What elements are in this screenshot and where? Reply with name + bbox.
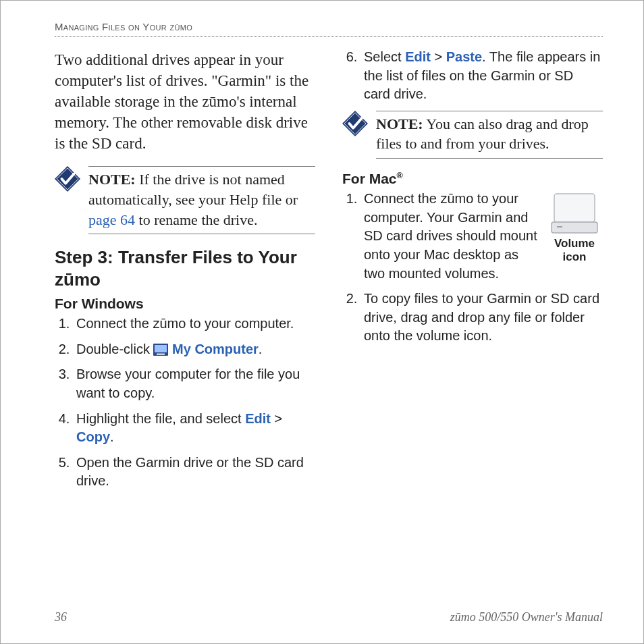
note-check-icon xyxy=(55,166,80,192)
windows-step-1: Connect the zūmo to your computer. xyxy=(74,315,315,333)
page-64-link[interactable]: page 64 xyxy=(88,211,135,228)
intro-paragraph: Two additional drives appear in your com… xyxy=(55,49,315,154)
caption-line-2: icon xyxy=(563,250,587,263)
page-footer: 36 zūmo 500/550 Owner's Manual xyxy=(55,610,603,624)
svg-rect-3 xyxy=(155,345,167,352)
windows-step-5: Open the Garmin drive or the SD card dri… xyxy=(74,454,315,491)
edit-menu-label-2: Edit xyxy=(405,49,431,64)
windows-step-4-after: . xyxy=(110,429,114,444)
windows-step-6-before: Select xyxy=(364,49,405,64)
volume-icon-caption: Volume icon xyxy=(543,237,606,263)
page-number: 36 xyxy=(55,610,67,624)
left-column: Two additional drives appear in your com… xyxy=(55,45,315,498)
windows-step-4-before: Highlight the file, and select xyxy=(76,411,245,426)
for-windows-heading: For Windows xyxy=(55,296,315,312)
windows-steps-list: Connect the zūmo to your computer. Doubl… xyxy=(55,315,315,491)
note-label: NOTE: xyxy=(376,115,423,132)
windows-step-2-before: Double-click xyxy=(76,342,153,356)
note-label: NOTE: xyxy=(88,171,136,188)
edit-menu-label: Edit xyxy=(245,411,271,426)
windows-step-4-gt: > xyxy=(271,411,282,426)
step-3-heading: Step 3: Transfer Files to Your zūmo xyxy=(55,246,315,290)
volume-drive-icon xyxy=(549,192,600,236)
mac-steps-list: Volume icon Connect the zūmo to your com… xyxy=(342,190,603,346)
right-column: Select Edit > Paste. The file appears in… xyxy=(342,45,603,498)
my-computer-icon xyxy=(153,342,168,354)
for-mac-heading: For Mac® xyxy=(342,171,603,187)
paste-menu-label: Paste xyxy=(446,49,482,64)
note-check-icon xyxy=(342,111,368,136)
svg-rect-4 xyxy=(157,353,165,355)
mac-step-1-text: Connect the zūmo to your computer. Your … xyxy=(364,190,538,283)
two-column-layout: Two additional drives appear in your com… xyxy=(55,45,603,498)
svg-rect-7 xyxy=(554,194,595,222)
note-body-after: to rename the drive. xyxy=(135,211,257,228)
note-callout-drag-drop: NOTE: You can also drag and drop files t… xyxy=(342,111,603,159)
copy-menu-label: Copy xyxy=(76,429,110,444)
windows-step-6: Select Edit > Paste. The file appears in… xyxy=(361,48,603,104)
volume-icon-figure: Volume icon xyxy=(543,192,606,263)
note-callout: NOTE: If the drive is not named automati… xyxy=(55,166,315,234)
mac-step-2: To copy files to your Garmin or SD card … xyxy=(361,290,603,346)
svg-rect-9 xyxy=(557,226,562,227)
windows-step-6-gt: > xyxy=(431,49,446,64)
windows-steps-continued: Select Edit > Paste. The file appears in… xyxy=(342,48,603,104)
note-text: NOTE: You can also drag and drop files t… xyxy=(376,111,603,159)
manual-title: zūmo 500/550 Owner's Manual xyxy=(450,610,603,624)
windows-step-2-after: . xyxy=(259,342,263,356)
running-header: Managing Files on Your zūmo xyxy=(55,21,603,37)
caption-line-1: Volume xyxy=(554,237,595,250)
svg-marker-5 xyxy=(342,111,368,136)
svg-marker-0 xyxy=(55,166,80,192)
mac-step-1: Volume icon Connect the zūmo to your com… xyxy=(361,190,603,283)
windows-step-4: Highlight the file, and select Edit > Co… xyxy=(74,410,315,447)
windows-step-3: Browse your computer for the file you wa… xyxy=(74,365,315,402)
windows-step-2: Double-click My Computer. xyxy=(74,340,315,359)
registered-symbol: ® xyxy=(397,171,403,180)
note-text: NOTE: If the drive is not named automati… xyxy=(88,166,315,234)
manual-page: Managing Files on Your zūmo Two addition… xyxy=(0,0,644,644)
for-mac-heading-text: For Mac xyxy=(342,171,397,186)
my-computer-link: My Computer xyxy=(172,342,259,356)
